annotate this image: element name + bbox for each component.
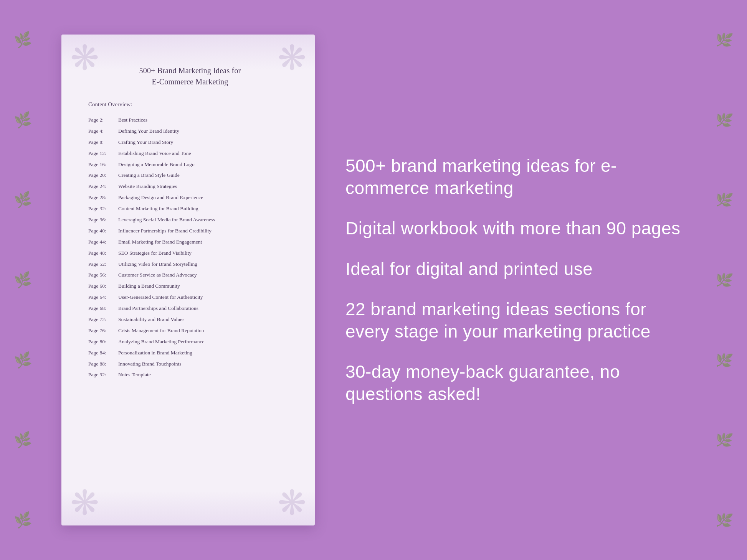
toc-page-number: Page 92: xyxy=(88,371,118,379)
toc-page-number: Page 64: xyxy=(88,294,118,301)
right-panel: 500+ brand marketing ideas for e-commerc… xyxy=(345,155,716,405)
toc-entry-text: Crisis Management for Brand Reputation xyxy=(118,327,204,334)
toc-item: Page 4:Defining Your Brand Identity xyxy=(88,126,292,137)
toc-item: Page 64:User-Generated Content for Authe… xyxy=(88,292,292,303)
feature-text: Ideal for digital and printed use xyxy=(345,258,686,280)
toc-page-number: Page 44: xyxy=(88,239,118,246)
toc-entry-text: Creating a Brand Style Guide xyxy=(118,172,180,179)
toc-page-number: Page 68: xyxy=(88,305,118,312)
toc-item: Page 60:Building a Brand Community xyxy=(88,281,292,292)
document-title-area: 500+ Brand Marketing Ideas for E-Commerc… xyxy=(88,65,292,87)
toc-page-number: Page 28: xyxy=(88,194,118,201)
watermark-top-right: ❋ xyxy=(271,36,313,79)
toc-page-number: Page 16: xyxy=(88,161,118,168)
toc-item: Page 72:Sustainability and Brand Values xyxy=(88,314,292,325)
toc-page-number: Page 80: xyxy=(88,338,118,346)
toc-item: Page 48:SEO Strategies for Brand Visibil… xyxy=(88,248,292,259)
toc-item: Page 2:Best Practices xyxy=(88,115,292,126)
toc-entry-text: Defining Your Brand Identity xyxy=(118,128,179,135)
toc-page-number: Page 32: xyxy=(88,205,118,212)
toc-item: Page 8:Crafting Your Brand Story xyxy=(88,137,292,148)
toc-page-number: Page 24: xyxy=(88,183,118,190)
toc-entry-text: Utilizing Video for Brand Storytelling xyxy=(118,261,197,268)
toc-entry-text: Notes Template xyxy=(118,371,151,379)
feature-text: Digital workbook with more than 90 pages xyxy=(345,217,686,240)
toc-entry-text: Building a Brand Community xyxy=(118,283,180,290)
toc-item: Page 24:Website Branding Strategies xyxy=(88,181,292,192)
document-preview-card: ❋ ❋ ❋ ❋ 500+ Brand Marketing Ideas for E… xyxy=(61,35,315,525)
watermark-bottom-right: ❋ xyxy=(271,481,313,524)
toc-item: Page 84:Personalization in Brand Marketi… xyxy=(88,348,292,359)
toc-page-number: Page 40: xyxy=(88,227,118,235)
watermark-bottom-left: ❋ xyxy=(63,481,106,524)
toc-page-number: Page 56: xyxy=(88,272,118,279)
feature-text: 500+ brand marketing ideas for e-commerc… xyxy=(345,155,686,199)
toc-item: Page 92:Notes Template xyxy=(88,369,292,380)
toc-page-number: Page 84: xyxy=(88,349,118,357)
document-title-line1: 500+ Brand Marketing Ideas for xyxy=(88,65,292,76)
toc-page-number: Page 8: xyxy=(88,139,118,146)
toc-page-number: Page 60: xyxy=(88,283,118,290)
toc-item: Page 16:Designing a Memorable Brand Logo xyxy=(88,159,292,170)
toc-entry-text: Designing a Memorable Brand Logo xyxy=(118,161,195,168)
toc-entry-text: Innovating Brand Touchpoints xyxy=(118,361,182,368)
toc-entry-text: SEO Strategies for Brand Visibility xyxy=(118,250,192,257)
toc-entry-text: Sustainability and Brand Values xyxy=(118,316,185,323)
toc-entry-text: Brand Partnerships and Collaborations xyxy=(118,305,198,312)
toc-item: Page 68:Brand Partnerships and Collabora… xyxy=(88,303,292,314)
toc-entry-text: Content Marketing for Brand Building xyxy=(118,205,198,212)
toc-item: Page 76:Crisis Management for Brand Repu… xyxy=(88,325,292,336)
content-overview-label: Content Overview: xyxy=(88,101,292,108)
toc-entry-text: Customer Service as Brand Advocacy xyxy=(118,272,197,279)
toc-entry-text: Influencer Partnerships for Brand Credib… xyxy=(118,227,212,235)
toc-item: Page 44:Email Marketing for Brand Engage… xyxy=(88,237,292,248)
toc-page-number: Page 48: xyxy=(88,250,118,257)
toc-entry-text: Best Practices xyxy=(118,117,147,124)
toc-item: Page 88:Innovating Brand Touchpoints xyxy=(88,359,292,370)
toc-item: Page 40:Influencer Partnerships for Bran… xyxy=(88,226,292,237)
toc-entry-text: Crafting Your Brand Story xyxy=(118,139,173,146)
toc-page-number: Page 36: xyxy=(88,216,118,224)
toc-item: Page 12:Establishing Brand Voice and Ton… xyxy=(88,148,292,159)
toc-entry-text: User-Generated Content for Authenticity xyxy=(118,294,203,301)
toc-page-number: Page 2: xyxy=(88,117,118,124)
toc-page-number: Page 72: xyxy=(88,316,118,323)
toc-page-number: Page 76: xyxy=(88,327,118,334)
toc-page-number: Page 88: xyxy=(88,361,118,368)
toc-entry-text: Analyzing Brand Marketing Performance xyxy=(118,338,205,346)
toc-page-number: Page 4: xyxy=(88,128,118,135)
toc-entry-text: Leveraging Social Media for Brand Awaren… xyxy=(118,216,215,224)
toc-page-number: Page 12: xyxy=(88,150,118,157)
watermark-top-left: ❋ xyxy=(63,36,106,79)
toc-entry-text: Packaging Design and Brand Experience xyxy=(118,194,203,201)
table-of-contents: Page 2:Best PracticesPage 4:Defining You… xyxy=(88,115,292,380)
feature-text: 30-day money-back guarantee, no question… xyxy=(345,361,686,405)
toc-entry-text: Personalization in Brand Marketing xyxy=(118,349,192,357)
toc-page-number: Page 52: xyxy=(88,261,118,268)
toc-item: Page 28:Packaging Design and Brand Exper… xyxy=(88,192,292,203)
toc-item: Page 80:Analyzing Brand Marketing Perfor… xyxy=(88,336,292,348)
document-title-line2: E-Commerce Marketing xyxy=(88,76,292,87)
toc-item: Page 20:Creating a Brand Style Guide xyxy=(88,170,292,181)
feature-text: 22 brand marketing ideas sections for ev… xyxy=(345,298,686,343)
toc-item: Page 32:Content Marketing for Brand Buil… xyxy=(88,203,292,214)
toc-item: Page 36:Leveraging Social Media for Bran… xyxy=(88,214,292,226)
toc-entry-text: Email Marketing for Brand Engagement xyxy=(118,239,202,246)
toc-page-number: Page 20: xyxy=(88,172,118,179)
toc-entry-text: Website Branding Strategies xyxy=(118,183,177,190)
toc-item: Page 52:Utilizing Video for Brand Storyt… xyxy=(88,259,292,270)
main-container: ❋ ❋ ❋ ❋ 500+ Brand Marketing Ideas for E… xyxy=(0,0,747,560)
toc-item: Page 56:Customer Service as Brand Advoca… xyxy=(88,270,292,281)
toc-entry-text: Establishing Brand Voice and Tone xyxy=(118,150,191,157)
